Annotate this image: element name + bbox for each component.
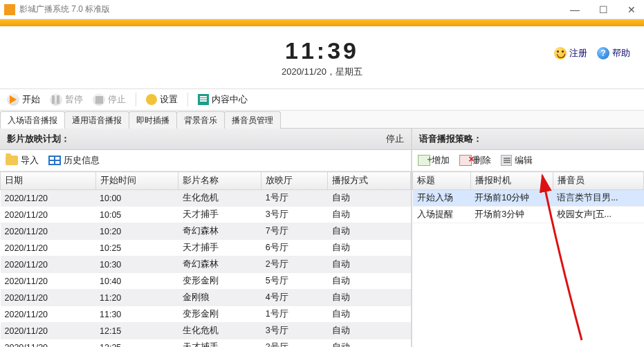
table-cell: 11:20: [95, 290, 178, 306]
pause-label: 暂停: [65, 93, 83, 106]
table-row[interactable]: 开始入场开场前10分钟语言类节目男...: [413, 190, 644, 207]
table-cell: 入场提醒: [413, 207, 471, 223]
table-cell: 7号厅: [261, 223, 328, 240]
table-cell: 自动: [328, 256, 411, 273]
left-sub-toolbar: 导入 历史信息: [0, 150, 411, 171]
window-title: 影城广播系统 7.0 标准版: [19, 3, 110, 15]
edit-label: 编辑: [515, 154, 533, 167]
column-header[interactable]: 播报方式: [328, 172, 411, 190]
help-button[interactable]: ? 帮助: [597, 47, 630, 59]
right-table-head: 标题播报时机播音员: [413, 172, 644, 190]
column-header[interactable]: 放映厅: [261, 172, 328, 190]
table-row[interactable]: 2020/11/2010:30奇幻森林2号厅自动: [1, 256, 411, 273]
maximize-button[interactable]: ☐: [599, 4, 608, 15]
folder-icon: [6, 156, 18, 165]
table-row[interactable]: 2020/11/2012:25天才捕手2号厅自动: [1, 339, 411, 348]
table-cell: 2020/11/20: [1, 223, 96, 240]
column-header[interactable]: 播报时机: [470, 172, 553, 190]
table-cell: 10:20: [95, 223, 178, 240]
table-cell: 2020/11/20: [1, 306, 96, 323]
table-row[interactable]: 2020/11/2012:15生化危机3号厅自动: [1, 323, 411, 339]
tab-3[interactable]: 背景音乐: [176, 111, 225, 129]
register-button[interactable]: 注册: [554, 47, 587, 59]
column-header[interactable]: 播音员: [553, 172, 643, 190]
table-cell: 生化危机: [178, 323, 261, 339]
tab-4[interactable]: 播音员管理: [224, 111, 281, 129]
table-cell: 11:30: [95, 306, 178, 323]
tab-1[interactable]: 通用语音播报: [64, 111, 129, 129]
tab-0[interactable]: 入场语音播报: [0, 111, 65, 129]
minimize-button[interactable]: —: [570, 4, 580, 15]
table-cell: 2020/11/20: [1, 190, 96, 207]
left-stop-button[interactable]: 停止: [386, 133, 404, 145]
table-cell: 2020/11/20: [1, 256, 96, 273]
table-cell: 5号厅: [261, 273, 328, 290]
table-cell: 10:25: [95, 240, 178, 256]
content-icon: [198, 94, 209, 105]
column-header[interactable]: 开始时间: [95, 172, 178, 190]
clock-area: 11:39 2020/11/20，星期五 注册 ? 帮助: [0, 26, 644, 88]
table-row[interactable]: 2020/11/2010:00生化危机1号厅自动: [1, 190, 411, 207]
table-cell: 奇幻森林: [178, 223, 261, 240]
table-cell: 3号厅: [261, 207, 328, 223]
left-grid[interactable]: 日期开始时间影片名称放映厅播报方式 2020/11/2010:00生化危机1号厅…: [0, 171, 411, 347]
column-header[interactable]: 标题: [413, 172, 471, 190]
table-cell: 自动: [328, 290, 411, 306]
column-header[interactable]: 日期: [1, 172, 96, 190]
table-cell: 6号厅: [261, 240, 328, 256]
start-label: 开始: [22, 93, 40, 106]
grid-icon: [48, 156, 61, 165]
smiley-icon: [554, 47, 567, 59]
pause-icon: [50, 93, 62, 106]
stop-button[interactable]: 停止: [93, 93, 126, 106]
table-cell: 2020/11/20: [1, 240, 96, 256]
left-table-head: 日期开始时间影片名称放映厅播报方式: [1, 172, 411, 190]
content-center-button[interactable]: 内容中心: [198, 93, 248, 106]
close-button[interactable]: ✕: [627, 4, 636, 15]
tab-2[interactable]: 即时插播: [129, 111, 177, 129]
separator: [187, 93, 188, 106]
table-cell: 2020/11/20: [1, 290, 96, 306]
import-label: 导入: [21, 154, 39, 167]
import-button[interactable]: 导入: [6, 154, 39, 167]
table-row[interactable]: 入场提醒开场前3分钟校园女声[五...: [413, 207, 644, 223]
history-button[interactable]: 历史信息: [48, 154, 100, 167]
table-cell: 生化危机: [178, 190, 261, 207]
table-cell: 10:00: [95, 190, 178, 207]
table-row[interactable]: 2020/11/2010:25天才捕手6号厅自动: [1, 240, 411, 256]
stop-label: 停止: [108, 93, 126, 106]
table-cell: 变形金刚: [178, 273, 261, 290]
history-label: 历史信息: [64, 154, 100, 167]
table-cell: 开始入场: [413, 190, 471, 207]
edit-button[interactable]: 编辑: [501, 154, 533, 167]
table-row[interactable]: 2020/11/2011:20金刚狼4号厅自动: [1, 290, 411, 306]
right-sub-toolbar: 增加 删除 编辑: [412, 150, 644, 171]
table-row[interactable]: 2020/11/2010:05天才捕手3号厅自动: [1, 207, 411, 223]
start-button[interactable]: 开始: [7, 93, 40, 106]
table-row[interactable]: 2020/11/2010:40变形金刚5号厅自动: [1, 273, 411, 290]
table-cell: 10:05: [95, 207, 178, 223]
table-cell: 12:25: [95, 339, 178, 348]
table-cell: 自动: [328, 323, 411, 339]
add-icon: [418, 155, 430, 166]
table-cell: 自动: [328, 306, 411, 323]
table-cell: 4号厅: [261, 290, 328, 306]
table-cell: 2020/11/20: [1, 207, 96, 223]
delete-button[interactable]: 删除: [459, 154, 491, 167]
stop-icon: [93, 93, 105, 106]
edit-icon: [501, 155, 512, 166]
column-header[interactable]: 影片名称: [178, 172, 261, 190]
table-cell: 2号厅: [261, 256, 328, 273]
pause-button[interactable]: 暂停: [50, 93, 83, 106]
settings-button[interactable]: 设置: [146, 93, 178, 106]
decor-strip: [0, 19, 644, 26]
right-grid[interactable]: 标题播报时机播音员 开始入场开场前10分钟语言类节目男...入场提醒开场前3分钟…: [412, 171, 644, 223]
table-cell: 12:15: [95, 323, 178, 339]
table-row[interactable]: 2020/11/2010:20奇幻森林7号厅自动: [1, 223, 411, 240]
help-icon: ?: [597, 47, 609, 59]
add-button[interactable]: 增加: [418, 154, 450, 167]
table-cell: 2020/11/20: [1, 339, 96, 348]
table-cell: 开场前3分钟: [470, 207, 553, 223]
table-cell: 自动: [328, 207, 411, 223]
table-row[interactable]: 2020/11/2011:30变形金刚1号厅自动: [1, 306, 411, 323]
